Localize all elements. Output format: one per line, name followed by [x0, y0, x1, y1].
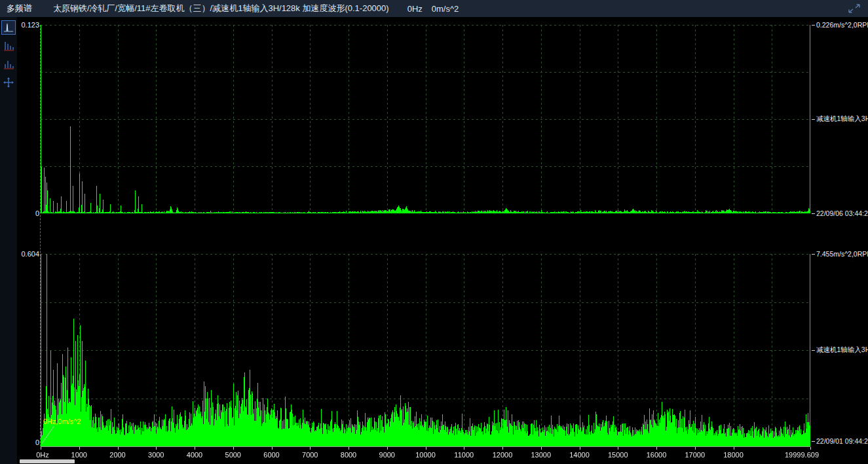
- bottom-chart-channel-text: 减速机1轴输入3H: [816, 346, 868, 355]
- x-axis-tick: [426, 447, 426, 450]
- x-axis-label: 8000: [341, 451, 356, 459]
- right-tick: [812, 213, 815, 214]
- x-axis-label: 0Hz: [36, 451, 49, 459]
- x-axis-tick: [310, 447, 311, 450]
- right-tick: [812, 441, 815, 442]
- x-axis-tick: [734, 447, 734, 450]
- bottom-chart-ymax-label: 0.604: [17, 250, 39, 258]
- top-chart-yzero-label: 0: [17, 209, 39, 217]
- tool-pan[interactable]: [1, 75, 16, 90]
- app-title: 多频谱: [7, 3, 32, 14]
- x-axis-label: 3000: [148, 451, 164, 459]
- x-axis-tick: [41, 447, 41, 450]
- tool-sideband-cursor[interactable]: [1, 57, 16, 71]
- bottom-chart-yzero-label: 0: [17, 438, 39, 446]
- x-axis-tick: [79, 447, 80, 450]
- right-tick: [812, 350, 815, 351]
- h-scrollbar-thumb[interactable]: [20, 459, 75, 463]
- x-axis-tick: [464, 447, 464, 450]
- collapse-arrows-icon: [848, 4, 860, 13]
- bottom-chart-channel-label: 减速机1轴输入3H: [812, 346, 868, 355]
- bottom-chart-timestamp-label: 22/09/01 09:44:2: [812, 437, 868, 445]
- cursor-readout: 0Hz,0m/s^2: [43, 418, 81, 425]
- bottom-spectrum-plot[interactable]: [41, 254, 810, 446]
- harmonic-cursor-icon: [3, 41, 14, 51]
- bottom-chart-timestamp-text: 22/09/01 09:44:2: [816, 437, 868, 445]
- titlebar-amp-readout: 0m/s^2: [432, 4, 459, 14]
- x-axis-tick: [118, 447, 119, 450]
- x-axis-label: 9000: [379, 451, 395, 459]
- single-cursor-icon: [3, 22, 14, 33]
- bottom-chart-amplitude-label: 7.455m/s^2,0RPM: [812, 250, 868, 258]
- tool-harmonic-cursor[interactable]: [1, 39, 16, 53]
- sideband-cursor-icon: [3, 59, 14, 69]
- x-axis-label: 2000: [109, 451, 125, 459]
- titlebar-freq-readout: 0Hz: [407, 4, 423, 14]
- top-chart-amplitude-label: 0.226m/s^2,0RPM: [812, 21, 868, 29]
- x-axis-label: 7000: [302, 451, 318, 459]
- x-axis-tick: [233, 447, 234, 450]
- x-axis-tick: [272, 447, 273, 450]
- x-axis-label: 17000: [685, 451, 705, 459]
- x-axis-label: 1000: [71, 451, 87, 459]
- top-chart-channel-label: 减速机1轴输入3H: [812, 115, 868, 124]
- x-axis-label: 4000: [187, 451, 202, 459]
- x-axis-tick: [156, 447, 157, 450]
- top-chart-timestamp-text: 22/09/06 03:44:2: [816, 209, 868, 217]
- restore-window-icon[interactable]: [847, 3, 861, 14]
- bottom-chart-amplitude-text: 7.455m/s^2,0RPM: [816, 250, 868, 258]
- app-window: 多频谱 太原钢铁/冷轧厂/宽幅/11#左卷取机（三）/减速机1轴输入3H/128…: [0, 0, 868, 464]
- right-tick: [812, 25, 815, 26]
- measurement-point-path: 太原钢铁/冷轧厂/宽幅/11#左卷取机（三）/减速机1轴输入3H/128k 加速…: [53, 3, 389, 14]
- x-axis-label: 16000: [647, 451, 667, 459]
- top-spectrum-plot[interactable]: [41, 25, 810, 213]
- top-chart-amplitude-text: 0.226m/s^2,0RPM: [816, 21, 868, 29]
- cursor-line[interactable]: [40, 25, 41, 446]
- x-axis-label: 13000: [531, 451, 551, 459]
- toolbar: [0, 17, 17, 464]
- x-axis-tick: [810, 447, 811, 450]
- top-chart-ymax-label: 0.123: [17, 21, 39, 29]
- x-axis-label: 12000: [493, 451, 513, 459]
- right-tick: [812, 119, 815, 120]
- x-axis-tick: [387, 447, 388, 450]
- x-axis-label: 11000: [454, 451, 474, 459]
- tool-single-cursor[interactable]: [1, 20, 16, 35]
- x-axis-tick: [502, 447, 503, 450]
- right-tick: [812, 254, 815, 255]
- top-chart-channel-text: 减速机1轴输入3H: [816, 115, 868, 124]
- x-axis-label: 19999.609: [785, 451, 819, 459]
- x-axis-label: 14000: [569, 451, 590, 459]
- plot-region: 0.123 0 0.604 0 0.226m/s^2,0RPM 减速机1轴输入3…: [17, 17, 868, 464]
- x-axis-tick: [195, 447, 195, 450]
- top-chart-timestamp-label: 22/09/06 03:44:2: [812, 209, 868, 217]
- x-axis-label: 6000: [263, 451, 279, 459]
- x-axis-tick: [656, 447, 657, 450]
- x-axis-label: 15000: [608, 451, 628, 459]
- titlebar: 多频谱 太原钢铁/冷轧厂/宽幅/11#左卷取机（三）/减速机1轴输入3H/128…: [0, 0, 868, 18]
- x-axis-tick: [349, 447, 349, 450]
- x-axis-tick: [580, 447, 580, 450]
- x-axis-tick: [541, 447, 542, 450]
- x-axis-label: 10000: [415, 451, 436, 459]
- x-axis-label: 18000: [723, 451, 744, 459]
- move-arrows-icon: [3, 77, 14, 88]
- x-axis-label: 5000: [225, 451, 241, 459]
- x-axis-tick: [695, 447, 696, 450]
- x-axis-line: [41, 446, 810, 447]
- x-axis-tick: [618, 447, 618, 450]
